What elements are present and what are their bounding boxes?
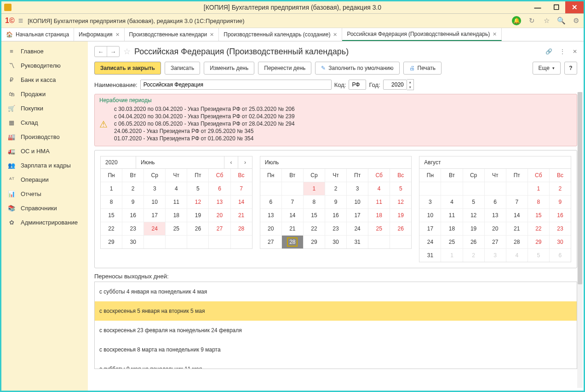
- sidebar-item[interactable]: ₽Банк и касса: [1, 73, 88, 87]
- day-cell[interactable]: 26: [390, 222, 411, 236]
- next-month-button[interactable]: ›: [238, 156, 252, 168]
- day-cell[interactable]: 21: [282, 222, 304, 236]
- scrollbar-thumb[interactable]: [578, 92, 582, 284]
- sidebar-item[interactable]: ✿Администрирование: [1, 215, 88, 230]
- transfer-row[interactable]: с воскресенья 8 марта на понедельник 9 м…: [95, 340, 577, 359]
- day-cell[interactable]: 9: [550, 196, 571, 209]
- month-cell[interactable]: Июнь: [136, 156, 224, 168]
- day-cell[interactable]: 11: [441, 209, 463, 222]
- day-cell[interactable]: 6: [209, 182, 230, 196]
- day-cell[interactable]: 19: [187, 209, 209, 222]
- sidebar-item[interactable]: 🛒Покупки: [1, 101, 88, 115]
- day-cell[interactable]: 9: [325, 196, 347, 209]
- day-cell[interactable]: 28: [506, 236, 528, 249]
- transfer-row[interactable]: с воскресенья 5 января на вторник 5 мая: [95, 301, 577, 321]
- day-cell[interactable]: 25: [166, 222, 187, 236]
- day-cell[interactable]: 3: [485, 249, 506, 262]
- scrollbar[interactable]: [577, 92, 583, 388]
- day-cell[interactable]: 29: [101, 236, 122, 248]
- day-cell[interactable]: 5: [390, 182, 411, 196]
- year-spinner[interactable]: ▲▼: [407, 79, 414, 90]
- sidebar-item[interactable]: 📚Справочники: [1, 201, 88, 215]
- day-cell[interactable]: 26: [463, 236, 485, 249]
- page-close-icon[interactable]: ✕: [573, 48, 577, 55]
- day-cell[interactable]: 21: [231, 209, 252, 222]
- transfers-list[interactable]: с субботы 4 января на понедельник 4 маяс…: [94, 282, 577, 369]
- day-cell[interactable]: 28: [231, 222, 252, 236]
- day-cell[interactable]: 27: [485, 236, 506, 249]
- spin-up-icon[interactable]: ▲: [407, 80, 413, 85]
- settings-icon[interactable]: ⚙: [572, 17, 580, 25]
- day-cell[interactable]: 9: [122, 196, 144, 209]
- day-cell[interactable]: 11: [166, 196, 187, 209]
- day-cell[interactable]: 2: [325, 182, 347, 196]
- day-cell[interactable]: 2: [463, 249, 485, 262]
- day-cell[interactable]: 24: [347, 222, 368, 236]
- save-close-button[interactable]: Записать и закрыть: [94, 62, 161, 75]
- notification-bell-icon[interactable]: 🔔: [512, 16, 521, 25]
- fill-default-button[interactable]: ✎Заполнить по умолчанию: [315, 62, 399, 75]
- window-close-button[interactable]: ✕: [565, 1, 584, 13]
- print-button[interactable]: 🖨Печать: [403, 62, 442, 75]
- day-cell[interactable]: 22: [304, 222, 325, 236]
- day-cell[interactable]: 17: [347, 209, 368, 222]
- day-cell[interactable]: [209, 236, 230, 248]
- day-cell[interactable]: 12: [390, 196, 411, 209]
- sidebar-item[interactable]: ≡Главное: [1, 44, 88, 58]
- transfer-row[interactable]: с субботы 4 января на понедельник 4 мая: [95, 282, 577, 301]
- day-cell[interactable]: 12: [187, 196, 209, 209]
- sidebar-item[interactable]: 📊Отчеты: [1, 187, 88, 201]
- day-cell[interactable]: 25: [441, 236, 463, 249]
- year-cell[interactable]: 2020: [101, 156, 136, 168]
- day-cell[interactable]: 4: [441, 196, 463, 209]
- tab-close-icon[interactable]: ✕: [210, 32, 214, 38]
- prev-month-button[interactable]: ‹: [224, 156, 238, 168]
- more-button[interactable]: Еще▾: [533, 62, 561, 75]
- day-cell[interactable]: 20: [209, 209, 230, 222]
- day-cell[interactable]: 14: [506, 209, 528, 222]
- day-cell[interactable]: [485, 182, 506, 196]
- day-cell[interactable]: 21: [506, 222, 528, 236]
- sidebar-item[interactable]: 〽Руководителю: [1, 58, 88, 73]
- month-cell[interactable]: Июль: [260, 156, 412, 168]
- sidebar-item[interactable]: 👥Зарплата и кадры: [1, 158, 88, 173]
- day-cell[interactable]: 11: [368, 196, 390, 209]
- day-cell[interactable]: 18: [441, 222, 463, 236]
- day-cell[interactable]: 1: [528, 182, 550, 196]
- window-minimize-button[interactable]: —: [528, 1, 547, 13]
- day-cell[interactable]: 3: [144, 182, 166, 196]
- day-cell[interactable]: 18: [368, 209, 390, 222]
- day-cell[interactable]: 7: [282, 196, 304, 209]
- day-cell[interactable]: 13: [209, 196, 230, 209]
- day-cell[interactable]: [260, 182, 282, 196]
- day-cell[interactable]: 5: [187, 182, 209, 196]
- day-cell[interactable]: 6: [485, 196, 506, 209]
- day-cell[interactable]: 23: [325, 222, 347, 236]
- transfer-row[interactable]: с воскресенья 23 февраля на понедельник …: [95, 321, 577, 340]
- day-cell[interactable]: 19: [390, 209, 411, 222]
- day-cell[interactable]: 15: [304, 209, 325, 222]
- day-cell[interactable]: 20: [485, 222, 506, 236]
- day-cell[interactable]: 19: [463, 222, 485, 236]
- day-cell[interactable]: 1: [101, 182, 122, 196]
- day-cell[interactable]: 14: [282, 209, 304, 222]
- tab-information[interactable]: Информация ✕: [74, 28, 124, 41]
- tab-close-icon[interactable]: ✕: [333, 32, 337, 38]
- spin-down-icon[interactable]: ▼: [407, 85, 413, 90]
- day-cell[interactable]: 4: [368, 182, 390, 196]
- day-cell[interactable]: [231, 236, 252, 248]
- day-cell[interactable]: 22: [101, 222, 122, 236]
- code-input[interactable]: [349, 80, 366, 90]
- favorite-icon[interactable]: ☆: [542, 17, 551, 25]
- day-cell[interactable]: [166, 236, 187, 248]
- day-cell[interactable]: 30: [325, 236, 347, 248]
- save-button[interactable]: Записать: [165, 62, 200, 75]
- change-day-button[interactable]: Изменить день: [204, 62, 254, 75]
- help-button[interactable]: ?: [564, 62, 577, 75]
- day-cell[interactable]: [144, 236, 166, 248]
- day-cell[interactable]: 30: [550, 236, 571, 249]
- day-cell[interactable]: 31: [419, 249, 441, 262]
- day-cell[interactable]: 28: [282, 236, 304, 248]
- day-cell[interactable]: 2: [550, 182, 571, 196]
- day-cell[interactable]: 23: [122, 222, 144, 236]
